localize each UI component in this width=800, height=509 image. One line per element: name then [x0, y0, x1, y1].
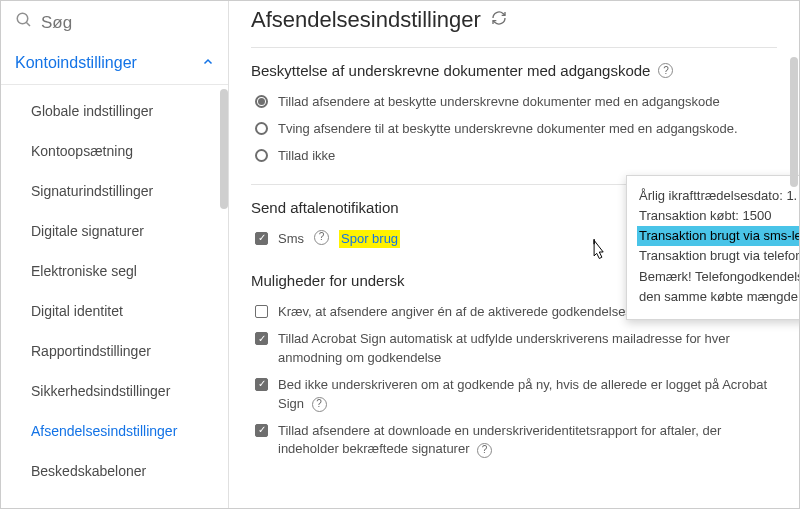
- tooltip-note: Bemærk! Telefongodkendelse og sms-leveri…: [639, 267, 799, 307]
- tooltip-highlight-line: Transaktion brugt via sms-levering: 6: [637, 226, 799, 246]
- section-password-title-row: Beskyttelse af underskrevne dokumenter m…: [251, 62, 777, 79]
- app-window: Kontoindstillinger Globale indstillinger…: [0, 0, 800, 509]
- sidebar-item[interactable]: Beskedskabeloner: [1, 451, 228, 491]
- radio-option[interactable]: Tillad afsendere at beskytte underskrevn…: [255, 89, 777, 116]
- checkbox-label: Tillad afsendere at downloade en undersk…: [278, 422, 777, 460]
- main-panel: Afsendelsesindstillinger Beskyttelse af …: [229, 1, 799, 508]
- checkbox-option: Bed ikke underskriveren om at godkende p…: [255, 372, 777, 418]
- sidebar-item[interactable]: Elektroniske segl: [1, 251, 228, 291]
- checkbox[interactable]: [255, 378, 268, 391]
- checkbox-label: Bed ikke underskriveren om at godkende p…: [278, 376, 777, 414]
- refresh-icon[interactable]: [491, 10, 507, 30]
- main-scrollbar[interactable]: [790, 57, 798, 187]
- sidebar-item[interactable]: Globale indstillinger: [1, 91, 228, 131]
- help-icon[interactable]: ?: [314, 230, 329, 245]
- svg-point-0: [17, 13, 28, 24]
- radio-label: Tving afsendere til at beskytte underskr…: [278, 120, 738, 139]
- search-input[interactable]: [41, 13, 181, 33]
- chevron-up-icon: [202, 54, 214, 72]
- sidebar-item[interactable]: Digitale signaturer: [1, 211, 228, 251]
- sidebar-item[interactable]: Sikkerhedsindstillinger: [1, 371, 228, 411]
- checkbox-label: Tillad Acrobat Sign automatisk at udfyld…: [278, 330, 777, 368]
- help-icon[interactable]: ?: [477, 443, 492, 458]
- sms-checkbox[interactable]: [255, 232, 268, 245]
- sidebar-item[interactable]: Afsendelsesindstillinger: [1, 411, 228, 451]
- radio-option[interactable]: Tillad ikke: [255, 143, 777, 170]
- sidebar-item[interactable]: Kontoopsætning: [1, 131, 228, 171]
- sign-options: Kræv, at afsendere angiver én af de akti…: [251, 299, 777, 463]
- svg-line-1: [26, 22, 30, 26]
- sidebar: Kontoindstillinger Globale indstillinger…: [1, 1, 229, 508]
- sidebar-section-label: Kontoindstillinger: [15, 54, 137, 72]
- radio-icon[interactable]: [255, 122, 268, 135]
- page-title-row: Afsendelsesindstillinger: [251, 5, 777, 47]
- help-icon[interactable]: ?: [658, 63, 673, 78]
- search-row: [1, 1, 228, 44]
- search-icon: [15, 11, 33, 34]
- sidebar-section-header[interactable]: Kontoindstillinger: [1, 44, 228, 85]
- track-usage-link[interactable]: Spor brug: [339, 230, 400, 249]
- sidebar-nav: Globale indstillingerKontoopsætningSigna…: [1, 85, 228, 508]
- tooltip-line: Årlig ikrafttrædelsesdato: 1. januar: [639, 186, 799, 206]
- checkbox-option: Tillad Acrobat Sign automatisk at udfyld…: [255, 326, 777, 372]
- help-icon[interactable]: ?: [312, 397, 327, 412]
- sidebar-item[interactable]: Signaturindstillinger: [1, 171, 228, 211]
- checkbox[interactable]: [255, 305, 268, 318]
- sidebar-scrollbar[interactable]: [220, 89, 228, 209]
- radio-icon[interactable]: [255, 95, 268, 108]
- sidebar-item[interactable]: Digital identitet: [1, 291, 228, 331]
- tooltip-line: Transaktion købt: 1500: [639, 206, 799, 226]
- checkbox[interactable]: [255, 332, 268, 345]
- page-title: Afsendelsesindstillinger: [251, 7, 481, 33]
- checkbox[interactable]: [255, 424, 268, 437]
- radio-icon[interactable]: [255, 149, 268, 162]
- password-options: Tillad afsendere at beskytte underskrevn…: [251, 89, 777, 170]
- section-password-title: Beskyttelse af underskrevne dokumenter m…: [251, 62, 650, 79]
- checkbox-option: Tillad afsendere at downloade en undersk…: [255, 418, 777, 464]
- radio-label: Tillad ikke: [278, 147, 335, 166]
- divider: [251, 47, 777, 48]
- radio-option[interactable]: Tving afsendere til at beskytte underskr…: [255, 116, 777, 143]
- sms-label: Sms: [278, 230, 304, 249]
- usage-tooltip: Årlig ikrafttrædelsesdato: 1. januar Tra…: [626, 175, 799, 320]
- tooltip-line: Transaktion brugt via telefongodkendelse…: [639, 246, 799, 266]
- radio-label: Tillad afsendere at beskytte underskrevn…: [278, 93, 720, 112]
- sidebar-item[interactable]: Rapportindstillinger: [1, 331, 228, 371]
